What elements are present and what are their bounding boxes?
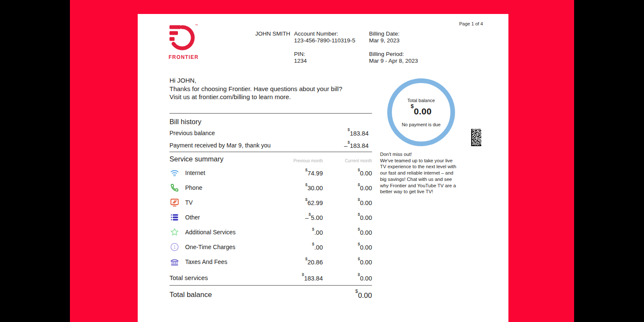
frontier-logo: ™ FRONTIER — [169, 25, 196, 60]
amount-value: .00 — [314, 244, 323, 251]
amount-value: 0.00 — [414, 106, 432, 116]
column-header-previous-month: Previous month — [272, 158, 323, 163]
bill-history-row: Previous balance $183.84 — [169, 127, 372, 139]
service-row-internet: Internet $74.99 $0.00 — [169, 166, 372, 180]
total-services-row: Total services $183.84 $0.00 — [169, 272, 372, 284]
greeting-line-3: Visit us at frontier.com/billing to lear… — [169, 93, 372, 101]
currency-symbol: $ — [358, 212, 360, 217]
phone-icon — [169, 183, 180, 193]
tv-icon — [169, 197, 180, 208]
amount-value: 0.00 — [360, 200, 372, 206]
currency-symbol: $ — [358, 182, 360, 187]
amount-current-month: $0.00 — [323, 243, 372, 251]
amount-value: 0.00 — [360, 275, 372, 281]
currency-symbol: $ — [312, 242, 314, 246]
total-balance-badge: Total balance $0.00 No payment is due — [387, 78, 455, 146]
service-name: Taxes And Fees — [185, 258, 228, 265]
total-balance-label: Total balance — [169, 291, 272, 299]
currency-symbol: $ — [347, 140, 350, 144]
currency-symbol: $ — [305, 256, 307, 261]
star-icon — [169, 227, 180, 237]
bill-history-row-amount: $183.84 — [347, 129, 372, 137]
service-label-cell: Other — [169, 212, 272, 222]
amount-value: 0.00 — [360, 185, 372, 192]
currency-symbol: $ — [358, 256, 360, 261]
service-name: TV — [185, 199, 193, 206]
qr-code — [471, 129, 481, 146]
column-header-current-month: Current month — [323, 158, 372, 163]
bill-page: ™ FRONTIER JOHN SMITH Account Number: 12… — [138, 14, 508, 322]
trademark-symbol: ™ — [195, 24, 198, 27]
currency-symbol: $ — [305, 197, 307, 202]
currency-symbol: $ — [358, 197, 360, 202]
currency-symbol: $ — [358, 272, 360, 277]
amount-current-month: $0.00 — [323, 214, 372, 221]
one-circle-icon: 1 — [169, 242, 180, 252]
currency-symbol: $ — [302, 272, 304, 277]
service-label-cell: 1 One-Time Charges — [169, 242, 272, 252]
account-block: Account Number: 123-456-7890-110319-5 PI… — [294, 31, 355, 64]
amount-value: 183.84 — [304, 275, 323, 281]
page-number: Page 1 of 4 — [430, 21, 483, 26]
bill-history-row-label: Previous balance — [169, 130, 347, 136]
service-name: Other — [185, 214, 200, 221]
service-summary-rows: Internet $74.99 $0.00 Phone $30.00 $0.00 — [169, 166, 372, 269]
pin-label: PIN: — [294, 51, 355, 58]
account-number-value: 123-456-7890-110319-5 — [294, 37, 355, 44]
divider — [169, 152, 372, 152]
service-row-one-time-charges: 1 One-Time Charges $.00 $0.00 — [169, 240, 372, 255]
service-label-cell: Internet — [169, 168, 272, 178]
amount-value: 5.00 — [311, 214, 323, 221]
service-row-tv: TV $62.99 $0.00 — [169, 195, 372, 210]
amount-current-month: $0.00 — [323, 199, 372, 206]
service-row-taxes-and-fees: Taxes And Fees $20.86 $0.00 — [169, 255, 372, 269]
greeting-line-1: Hi JOHN, — [169, 76, 372, 85]
pin-value: 1234 — [294, 58, 355, 64]
amount-value: 62.99 — [308, 200, 323, 206]
amount-previous-month: $30.00 — [272, 184, 323, 192]
amount-value: 183.84 — [350, 142, 369, 149]
amount-value: 0.00 — [358, 291, 372, 299]
brand-name: FRONTIER — [169, 54, 196, 60]
total-previous-amount: $183.84 — [272, 274, 323, 282]
amount-current-month: $0.00 — [323, 169, 372, 177]
amount-current-month: $0.00 — [323, 184, 372, 192]
divider — [169, 113, 372, 114]
amount-value: .00 — [314, 229, 323, 236]
amount-value: 30.00 — [308, 185, 323, 192]
amount-value: 183.84 — [350, 130, 369, 136]
service-name: Additional Services — [185, 229, 236, 236]
amount-value: 0.00 — [360, 214, 372, 221]
amount-previous-month: $62.99 — [272, 199, 323, 206]
billing-period-value: Mar 9 - Apr 8, 2023 — [369, 58, 418, 64]
currency-symbol: $ — [358, 242, 360, 246]
currency-symbol: $ — [358, 227, 360, 231]
service-row-other: Other –$5.00 $0.00 — [169, 210, 372, 225]
amount-previous-month: $.00 — [272, 228, 323, 236]
amount-value: 20.86 — [308, 259, 323, 266]
amount-previous-month: $74.99 — [272, 169, 323, 177]
currency-symbol: $ — [308, 212, 311, 217]
badge-subtitle: No payment is due — [402, 122, 441, 127]
total-current-amount: $0.00 — [323, 274, 372, 282]
currency-symbol: $ — [347, 127, 350, 132]
amount-previous-month: –$5.00 — [272, 214, 323, 221]
promo-text: Don't miss out! We've teamed up to take … — [380, 151, 465, 195]
frontier-logo-mark: ™ — [169, 25, 195, 53]
total-balance-amount: $0.00 — [272, 291, 372, 300]
total-balance-row: Total balance $0.00 — [169, 286, 372, 300]
amount-previous-month: $20.86 — [272, 258, 323, 266]
list-icon — [169, 212, 180, 222]
service-name: Phone — [185, 184, 202, 191]
bank-icon — [169, 257, 180, 267]
svg-text:1: 1 — [173, 245, 176, 250]
viewport: ™ FRONTIER JOHN SMITH Account Number: 12… — [0, 0, 644, 322]
frontier-f-icon — [169, 25, 195, 51]
currency-symbol: $ — [305, 182, 307, 187]
bill-history-title: Bill history — [169, 117, 372, 126]
bill-history-row-label: Payment received by Mar 9, thank you — [169, 142, 344, 149]
billing-date-value: Mar 9, 2023 — [369, 37, 418, 44]
amount-previous-month: $.00 — [272, 243, 323, 251]
amount-current-month: $0.00 — [323, 258, 372, 266]
service-row-phone: Phone $30.00 $0.00 — [169, 180, 372, 195]
